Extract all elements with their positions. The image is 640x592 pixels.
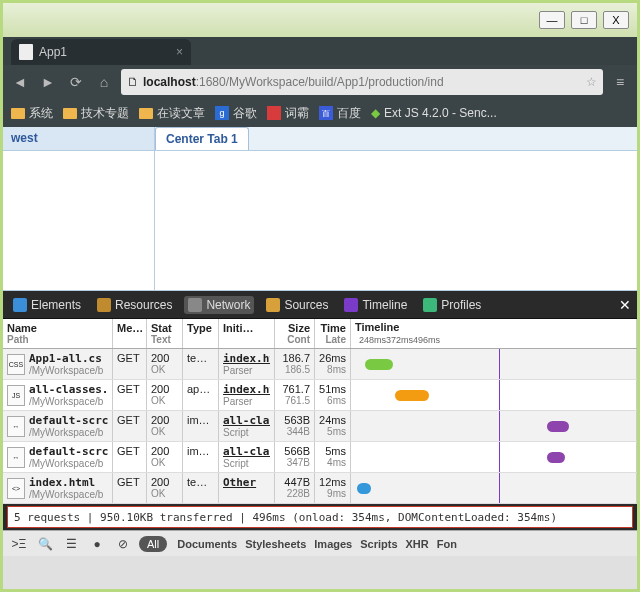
bookmark-item[interactable]: 在读文章 (139, 105, 205, 122)
reload-icon[interactable]: ⟳ (65, 71, 87, 93)
folder-icon (63, 108, 77, 119)
address-bar[interactable]: 🗋 localhost :1680 /MyWorkspace/build/App… (121, 69, 603, 95)
filter-scripts[interactable]: Scripts (356, 538, 401, 550)
file-icon: JS (7, 385, 25, 406)
close-tab-icon[interactable]: × (176, 45, 183, 59)
tab-title: App1 (39, 45, 67, 59)
grid-header: NamePath Me… StatText Type Initi… SizeCo… (3, 319, 637, 349)
network-row[interactable]: CSSApp1-all.cs/MyWorkspace/bGET200OKte…i… (3, 349, 637, 380)
bookmark-item[interactable]: ◆Ext JS 4.2.0 - Senc... (371, 106, 497, 120)
devtools-close-icon[interactable]: ✕ (619, 297, 631, 313)
window-maximize-button[interactable]: □ (571, 11, 597, 29)
devtools-tabs: ElementsResourcesNetworkSourcesTimelineP… (3, 291, 637, 319)
tab-icon (344, 298, 358, 312)
devtools-tab-network[interactable]: Network (184, 296, 254, 314)
bookmark-item[interactable]: g谷歌 (215, 105, 257, 122)
devtools-tab-sources[interactable]: Sources (262, 296, 332, 314)
tab-icon (13, 298, 27, 312)
network-row[interactable]: JSall-classes./MyWorkspace/bGET200OKap…i… (3, 380, 637, 411)
network-row[interactable]: ↔default-scrc/MyWorkspace/bGET200OKim…al… (3, 442, 637, 473)
bookmark-item[interactable]: 系统 (11, 105, 53, 122)
bookmark-item[interactable]: 百百度 (319, 105, 361, 122)
devtools-tab-timeline[interactable]: Timeline (340, 296, 411, 314)
list-icon[interactable]: ☰ (61, 534, 81, 554)
filter-documents[interactable]: Documents (173, 538, 241, 550)
center-tab[interactable]: Center Tab 1 (155, 127, 249, 150)
clear-icon[interactable]: ⊘ (113, 534, 133, 554)
forward-icon[interactable]: ► (37, 71, 59, 93)
browser-tab[interactable]: App1 × (11, 39, 191, 65)
search-icon[interactable]: 🔍 (35, 534, 55, 554)
folder-icon (11, 108, 25, 119)
bookmarks-bar: 系统技术专题在读文章g谷歌词霸百百度◆Ext JS 4.2.0 - Senc..… (3, 99, 637, 127)
file-icon: ↔ (7, 447, 25, 468)
devtools-tab-profiles[interactable]: Profiles (419, 296, 485, 314)
url-port: :1680 (196, 75, 226, 89)
menu-icon[interactable]: ≡ (609, 71, 631, 93)
url-path: /MyWorkspace/build/App1/production/ind (226, 75, 444, 89)
devtools-tab-resources[interactable]: Resources (93, 296, 176, 314)
filter-xhr[interactable]: XHR (402, 538, 433, 550)
bookmark-star-icon[interactable]: ☆ (586, 75, 597, 89)
network-row[interactable]: <>index.html/MyWorkspace/bGET200OKte…Oth… (3, 473, 637, 504)
filter-fon[interactable]: Fon (433, 538, 461, 550)
filter-images[interactable]: Images (310, 538, 356, 550)
bookmark-item[interactable]: 技术专题 (63, 105, 129, 122)
devtools-tab-elements[interactable]: Elements (9, 296, 85, 314)
timeline-bar (395, 390, 429, 401)
home-icon[interactable]: ⌂ (93, 71, 115, 93)
back-icon[interactable]: ◄ (9, 71, 31, 93)
network-grid: NamePath Me… StatText Type Initi… SizeCo… (3, 319, 637, 504)
record-icon[interactable]: ● (87, 534, 107, 554)
tab-icon (188, 298, 202, 312)
timeline-bar (357, 483, 371, 494)
devtools-footer: >Ξ 🔍 ☰ ● ⊘ All DocumentsStylesheetsImage… (3, 530, 637, 556)
file-icon: ↔ (7, 416, 25, 437)
center-panel: Center Tab 1 (155, 127, 637, 291)
file-icon: CSS (7, 354, 25, 375)
west-panel: west (3, 127, 155, 291)
page-viewport: west Center Tab 1 (3, 127, 637, 291)
tab-icon (423, 298, 437, 312)
filter-all[interactable]: All (139, 536, 167, 552)
site-icon: 🗋 (127, 75, 139, 89)
page-icon (19, 44, 33, 60)
url-host: localhost (143, 75, 196, 89)
window-minimize-button[interactable]: — (539, 11, 565, 29)
file-icon: <> (7, 478, 25, 499)
browser-tabstrip: App1 × (3, 37, 637, 65)
filter-stylesheets[interactable]: Stylesheets (241, 538, 310, 550)
network-summary: 5 requests | 950.10KB transferred | 496m… (7, 506, 633, 528)
west-panel-title: west (3, 127, 154, 151)
timeline-bar (365, 359, 393, 370)
console-icon[interactable]: >Ξ (9, 534, 29, 554)
os-titlebar: — □ X (3, 3, 637, 37)
timeline-bar (547, 452, 565, 463)
window-close-button[interactable]: X (603, 11, 629, 29)
tab-icon (97, 298, 111, 312)
browser-toolbar: ◄ ► ⟳ ⌂ 🗋 localhost :1680 /MyWorkspace/b… (3, 65, 637, 99)
timeline-bar (547, 421, 569, 432)
network-row[interactable]: ↔default-scrc/MyWorkspace/bGET200OKim…al… (3, 411, 637, 442)
tab-icon (266, 298, 280, 312)
devtools-panel: ElementsResourcesNetworkSourcesTimelineP… (3, 291, 637, 556)
folder-icon (139, 108, 153, 119)
bookmark-item[interactable]: 词霸 (267, 105, 309, 122)
